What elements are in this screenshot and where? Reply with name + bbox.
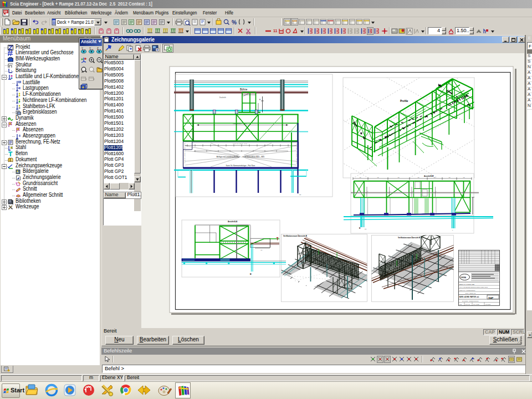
svg-text:29.06.2012 · Verfasserzeichnun: 29.06.2012 · Verfasserzeichnung xyxy=(462,300,478,301)
svg-text:Auflager mit Leiterberg Einlie: Auflager mit Leiterberg Einlieger – sieh… xyxy=(217,156,265,158)
svg-text:h: h xyxy=(436,191,437,192)
svg-text:H: H xyxy=(259,99,260,101)
svg-text:Y: Y xyxy=(89,47,91,50)
svg-text:Kante Verl. anklappbar - Rab.R: Kante Verl. anklappbar - Rab.Räne xyxy=(184,142,186,163)
svg-text:Profile: Profile xyxy=(400,100,408,103)
svg-text:h: h xyxy=(367,191,368,192)
svg-text:h: h xyxy=(390,191,391,192)
svg-text:FRAG.: IBL DECKENKONSTRUKTION/: FRAG.: IBL DECKENKONSTRUKTION/RAMPEN ADM… xyxy=(459,287,488,288)
svg-text:KAP: KAP xyxy=(489,296,494,299)
svg-text:M: M xyxy=(359,227,360,229)
svg-text:Gez. MT/BS: Gez. MT/BS xyxy=(473,304,480,305)
svg-text:Ra-P1205: Ra-P1205 xyxy=(485,304,491,305)
svg-text:%: % xyxy=(232,19,237,25)
svg-text:Z: Z xyxy=(97,47,99,50)
svg-text:Druckricht: Druckricht xyxy=(219,96,226,99)
svg-text:BURO. ACHIM. PARTOR. tml.: BURO. ACHIM. PARTOR. tml. xyxy=(459,296,479,298)
svg-text:11: 11 xyxy=(273,29,278,33)
svg-text:OKIEA: OKIEA xyxy=(461,277,467,279)
svg-text:Kante Ob. Klemmantriebslager –: Kante Ob. Klemmantriebslager – Pub. Räne xyxy=(226,165,255,167)
svg-text:Ansicht A-A: Ansicht A-A xyxy=(228,221,238,223)
svg-text:BÜRO AC. PARTN. GES.: BÜRO AC. PARTN. GES. xyxy=(459,284,475,285)
svg-text:29.06.12: 29.06.12 xyxy=(466,304,470,305)
svg-text:Deck + Rampe 2.5: Deck + Rampe 2.5 xyxy=(466,293,476,294)
svg-text:Verifikationsraum Übersicht B: Verifikationsraum Übersicht B xyxy=(398,236,420,239)
svg-text:Verifikationsraum Übersicht B: Verifikationsraum Übersicht B xyxy=(283,234,308,237)
svg-text:Ansicht B-B: Ansicht B-B xyxy=(424,175,434,177)
svg-text:Y: Y xyxy=(81,47,83,50)
svg-text:Lastfeldplatten + ca.7x9: Lastfeldplatten + ca.7x9 xyxy=(233,123,247,125)
svg-text:7x480 (10) 14E 12 · 6x480: 7x480 (10) 14E 12 · 6x480 xyxy=(233,143,248,144)
svg-text:Bühne: Bühne xyxy=(240,88,248,91)
svg-text:h: h xyxy=(412,191,413,192)
svg-text:Inhalt: di 2° Verifikationsrau: Inhalt: di 2° Verifikationsraum xyxy=(459,290,475,291)
